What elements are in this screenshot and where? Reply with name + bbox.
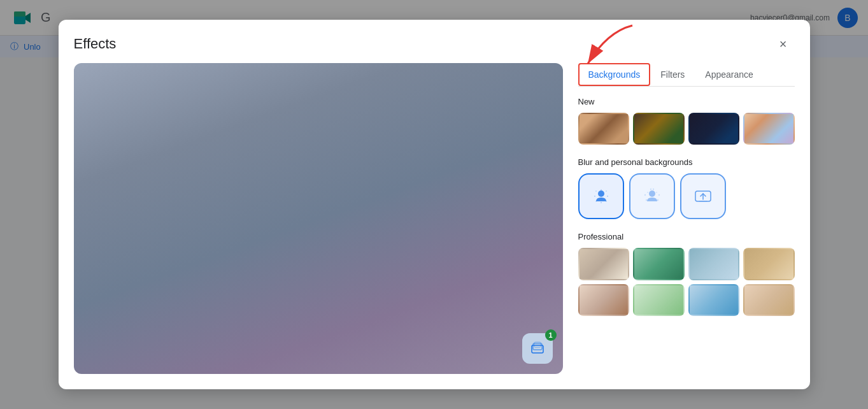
- background-pro-4[interactable]: [743, 248, 795, 280]
- svg-point-12: [606, 190, 607, 192]
- tabs-container: Backgrounds Filters Appearance: [578, 63, 795, 87]
- tab-appearance[interactable]: Appearance: [695, 63, 764, 86]
- svg-point-19: [652, 189, 653, 190]
- svg-point-11: [595, 190, 597, 192]
- svg-point-18: [650, 189, 651, 190]
- tab-backgrounds[interactable]: Backgrounds: [578, 63, 651, 86]
- section-new-title: New: [578, 97, 795, 106]
- svg-point-14: [606, 201, 607, 202]
- background-new-4[interactable]: [743, 113, 795, 145]
- preview-video: [74, 63, 563, 374]
- modal-title: Effects: [74, 36, 117, 52]
- svg-point-16: [644, 194, 645, 196]
- professional-backgrounds-grid: [578, 248, 795, 316]
- background-pro-1[interactable]: [578, 248, 630, 280]
- svg-point-9: [601, 189, 602, 190]
- background-new-2[interactable]: [633, 113, 685, 145]
- svg-point-8: [607, 196, 608, 197]
- blur-light-button[interactable]: [629, 173, 675, 219]
- new-backgrounds-grid: [578, 113, 795, 145]
- tab-content: New Blur and personal backgrounds: [578, 87, 795, 374]
- background-new-1[interactable]: [578, 113, 630, 145]
- svg-rect-5: [534, 342, 541, 347]
- section-professional: Professional: [578, 232, 795, 316]
- tab-filters[interactable]: Filters: [650, 63, 695, 86]
- section-professional-title: Professional: [578, 232, 795, 241]
- section-blur-title: Blur and personal backgrounds: [578, 157, 795, 167]
- background-pro-6[interactable]: [633, 284, 685, 316]
- svg-point-15: [649, 190, 655, 197]
- right-panel: Backgrounds Filters Appearance New: [578, 63, 795, 374]
- blur-strong-button[interactable]: [578, 173, 624, 219]
- svg-point-6: [598, 190, 604, 197]
- section-new: New: [578, 97, 795, 145]
- svg-point-20: [647, 192, 648, 193]
- background-pro-3[interactable]: [688, 248, 740, 280]
- upload-background-button[interactable]: [680, 173, 726, 219]
- effects-layer-button[interactable]: 1: [522, 333, 553, 364]
- background-pro-2[interactable]: [633, 248, 685, 280]
- svg-point-10: [601, 202, 602, 203]
- close-button[interactable]: ×: [772, 32, 795, 55]
- svg-point-13: [595, 201, 597, 202]
- page-background: G bacviecer0@gmail.com B ⓘ Unlo: [0, 0, 868, 409]
- modal-header: Effects ×: [59, 20, 810, 63]
- svg-point-22: [645, 199, 646, 201]
- svg-point-21: [656, 192, 657, 193]
- background-pro-7[interactable]: [688, 284, 740, 316]
- background-new-3[interactable]: [688, 113, 740, 145]
- preview-area: 1: [74, 63, 563, 374]
- background-pro-8[interactable]: [743, 284, 795, 316]
- blur-buttons-grid: [578, 173, 795, 219]
- svg-point-7: [594, 196, 595, 197]
- background-pro-5[interactable]: [578, 284, 630, 316]
- section-blur: Blur and personal backgrounds: [578, 157, 795, 219]
- modal-body: 1 Backgrounds Filters Appearance: [59, 63, 810, 389]
- modal-overlay: Effects × 1: [0, 0, 868, 409]
- effects-badge: 1: [545, 329, 557, 341]
- effects-modal: Effects × 1: [59, 20, 810, 389]
- svg-point-23: [657, 199, 658, 201]
- svg-point-17: [658, 194, 659, 196]
